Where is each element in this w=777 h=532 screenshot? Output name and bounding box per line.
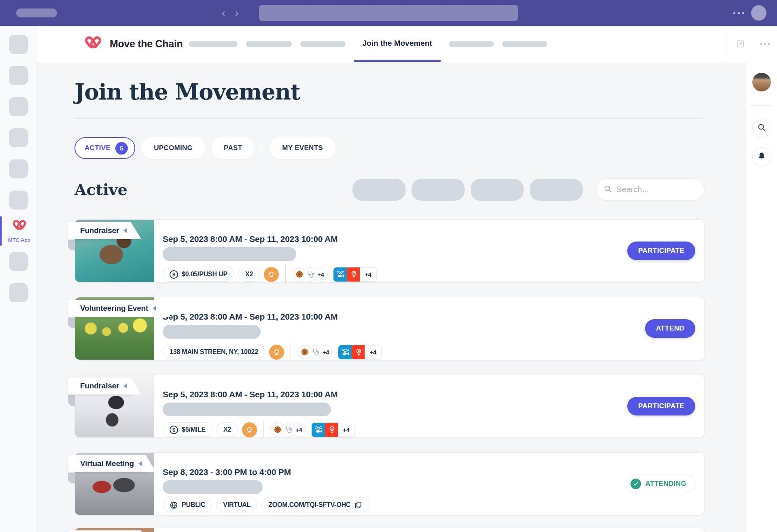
right-sidebar bbox=[746, 62, 777, 532]
badge-label: ZOOM.COM/TQI-SFTV-OHC bbox=[268, 501, 350, 509]
filter-placeholder bbox=[530, 179, 583, 201]
sdg-icon-group: +4 bbox=[338, 345, 382, 359]
sidebar-item-placeholder bbox=[9, 159, 28, 178]
more-sdgs-count[interactable]: +4 bbox=[365, 345, 382, 359]
search-button[interactable] bbox=[752, 119, 771, 138]
attending-label: ATTENDING bbox=[645, 480, 687, 488]
event-card: Volunteering Event Sep 5, 2023 8:00 AM -… bbox=[74, 297, 705, 360]
nav-item-placeholder bbox=[300, 41, 346, 47]
copy-icon[interactable] bbox=[354, 501, 362, 509]
nav-item-placeholder bbox=[502, 41, 547, 47]
tab-past[interactable]: PAST bbox=[211, 137, 255, 159]
sdg-life-below-water-icon bbox=[312, 423, 326, 437]
browser-menu-icon[interactable] bbox=[733, 12, 744, 14]
event-details: Sep 5, 2023 8:00 AM - Sep 11, 2023 10:00… bbox=[163, 375, 609, 439]
org-logo-icon bbox=[269, 345, 284, 360]
event-type-label: Virtual Meeting bbox=[80, 459, 134, 468]
event-title-placeholder bbox=[163, 247, 296, 261]
avatar[interactable] bbox=[752, 73, 771, 91]
sidebar-item-mtc-app[interactable]: MTC App bbox=[0, 216, 37, 246]
cause-icon-cluster: +4 bbox=[293, 267, 328, 282]
participate-button[interactable]: PARTICIPATE bbox=[627, 242, 695, 260]
sdg-gender-equality-icon bbox=[347, 267, 361, 282]
section-heading: Active bbox=[74, 180, 127, 199]
cause-icon-cluster: +4 bbox=[271, 423, 306, 437]
ribbon-fold bbox=[68, 318, 75, 328]
tab-my-events[interactable]: MY EVENTS bbox=[270, 137, 335, 159]
meeting-link-badge[interactable]: ZOOM.COM/TQI-SFTV-OHC bbox=[261, 498, 369, 512]
globe-icon bbox=[170, 501, 178, 509]
badge-label: X2 bbox=[245, 271, 253, 278]
filter-placeholder bbox=[471, 179, 524, 201]
ribbon-arrow-icon bbox=[123, 228, 127, 233]
address-bar[interactable] bbox=[259, 5, 518, 21]
event-badge: $$5/MILE bbox=[163, 422, 212, 437]
search-box bbox=[597, 178, 705, 201]
attend-button[interactable]: ATTEND bbox=[645, 319, 695, 338]
brand: Move the Chain bbox=[84, 34, 183, 54]
forward-icon[interactable]: › bbox=[235, 8, 239, 18]
event-datetime: Sep 5, 2023 8:00 AM - Sep 11, 2023 10:00… bbox=[163, 312, 609, 322]
event-details bbox=[163, 528, 609, 532]
nav-item-join-the-movement[interactable]: Join the Movement bbox=[354, 26, 441, 62]
event-details: Sep 5, 2023 8:00 AM - Sep 11, 2023 10:00… bbox=[163, 220, 609, 284]
divider bbox=[74, 118, 705, 119]
nav-item-placeholder bbox=[449, 41, 494, 47]
tab-label: ACTIVE bbox=[85, 144, 110, 152]
page-title: Join the Movement bbox=[74, 79, 705, 104]
event-badge: $$0.05/PUSH UP bbox=[163, 267, 234, 282]
app-window: ‹ › MTC App bbox=[0, 0, 777, 532]
event-type-ribbon: Fundraiser bbox=[68, 222, 131, 239]
browser-avatar[interactable] bbox=[751, 5, 766, 21]
badge-label: 138 MAIN STREEN, NY, 10022 bbox=[170, 348, 258, 356]
badge-label: $5/MILE bbox=[182, 426, 206, 433]
participate-button[interactable]: PARTICIPATE bbox=[627, 397, 695, 415]
more-sdgs-count[interactable]: +4 bbox=[338, 423, 355, 437]
card-action: ATTEND bbox=[645, 319, 695, 338]
event-type-ribbon: Fundraiser bbox=[68, 377, 131, 394]
attending-badge[interactable]: ATTENDING bbox=[626, 475, 696, 493]
org-logo-icon bbox=[242, 422, 257, 437]
badge-row: $$0.05/PUSH UPX2+4+4 bbox=[163, 265, 609, 284]
more-causes-count[interactable]: +4 bbox=[318, 345, 333, 359]
card-action: ATTENDING bbox=[626, 475, 696, 493]
divider bbox=[751, 105, 773, 106]
brand-name: Move the Chain bbox=[110, 38, 183, 50]
divider bbox=[263, 420, 264, 439]
sdg-life-below-water-icon bbox=[333, 267, 348, 282]
search-input[interactable] bbox=[616, 185, 689, 194]
more-causes-count[interactable]: +4 bbox=[292, 423, 306, 437]
external-link-icon[interactable] bbox=[728, 31, 753, 57]
more-options-icon[interactable] bbox=[753, 31, 777, 57]
check-icon bbox=[631, 479, 641, 489]
badge-label: $0.05/PUSH UP bbox=[182, 271, 227, 278]
search-icon bbox=[603, 184, 612, 195]
sdg-gender-equality-icon bbox=[325, 423, 339, 437]
event-badge: VIRTUAL bbox=[216, 498, 257, 512]
more-sdgs-count[interactable]: +4 bbox=[360, 267, 377, 282]
app-header: Move the Chain Join the Movement bbox=[37, 26, 777, 62]
cause-icon-cluster: +4 bbox=[297, 345, 333, 359]
tab-upcoming[interactable]: UPCOMING bbox=[141, 137, 205, 159]
nav-item-placeholder bbox=[246, 41, 292, 47]
badge-row: 138 MAIN STREEN, NY, 10022+4+4 bbox=[163, 342, 609, 362]
event-card bbox=[74, 528, 705, 532]
more-causes-count[interactable]: +4 bbox=[314, 267, 328, 282]
badge-row: PUBLICVIRTUALZOOM.COM/TQI-SFTV-OHC bbox=[163, 498, 609, 512]
event-card: Virtual Meeting Sep 8, 2023 - 3:00 PM to… bbox=[74, 452, 705, 515]
heart-chain-icon bbox=[84, 34, 102, 54]
browser-topbar: ‹ › bbox=[0, 0, 777, 26]
search-icon bbox=[757, 123, 766, 133]
ribbon-fold bbox=[68, 395, 75, 406]
tab-active[interactable]: ACTIVE 5 bbox=[74, 137, 135, 159]
heart-chain-icon bbox=[12, 218, 27, 235]
badge-label: X2 bbox=[223, 426, 231, 433]
event-badge: 138 MAIN STREEN, NY, 10022 bbox=[163, 345, 265, 359]
event-tabs: ACTIVE 5 UPCOMING PAST MY EVENTS bbox=[74, 137, 705, 159]
event-type-ribbon: Volunteering Event bbox=[68, 300, 160, 317]
back-icon[interactable]: ‹ bbox=[222, 8, 225, 18]
event-datetime: Sep 5, 2023 8:00 AM - Sep 11, 2023 10:00… bbox=[163, 390, 609, 399]
filter-placeholders bbox=[352, 179, 583, 201]
notifications-button[interactable] bbox=[752, 147, 771, 166]
event-badge: PUBLIC bbox=[163, 498, 212, 512]
